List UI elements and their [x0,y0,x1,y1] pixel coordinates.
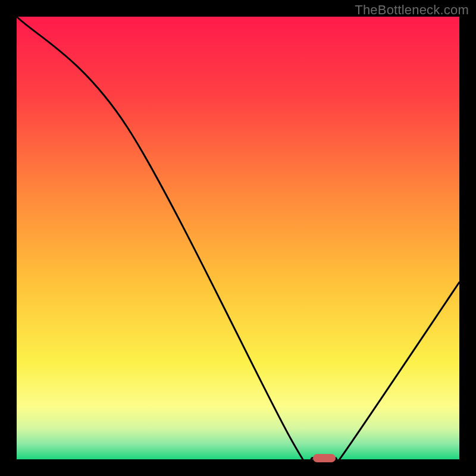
plot-area [17,17,459,459]
gradient-background [17,17,459,459]
chart-frame: TheBottleneck.com [0,0,476,476]
plot-svg [17,17,459,459]
watermark-text: TheBottleneck.com [355,2,469,18]
optimal-marker [313,454,336,462]
